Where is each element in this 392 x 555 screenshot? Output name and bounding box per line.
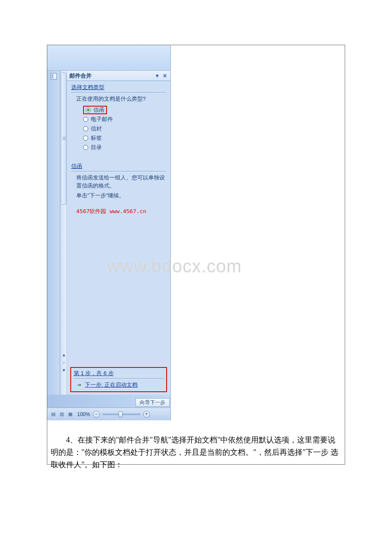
close-icon[interactable]: ✕ [162, 73, 168, 79]
zoom-slider[interactable] [102, 413, 141, 415]
page-watermark: www.bdocx.com [107, 256, 242, 277]
radio-directory[interactable]: 目录 [83, 143, 166, 152]
section-letter-heading: 信函 [71, 162, 166, 171]
radio-icon [83, 117, 88, 122]
letter-description: 将信函发送给一组人。您可以单独设置信函的格式。 [76, 174, 166, 190]
print-layout-view-icon[interactable]: ▤ [50, 411, 57, 418]
wizard-next-button[interactable]: 向导下一步 [135, 398, 170, 407]
full-screen-view-icon[interactable]: ▥ [58, 411, 65, 418]
next-step-link[interactable]: ➔ 下一步: 正在启动文档 [77, 381, 164, 389]
doc-type-question: 正在使用的文档是什么类型? [76, 95, 166, 103]
svg-rect-1 [52, 74, 53, 78]
instruction-paragraph: 4、在接下来的"邮件合并"导航"选择开始文档"中依然使用默认选项，这里需要说明的… [51, 434, 341, 471]
pane-header: 邮件合并 ▼ ✕ [67, 71, 170, 81]
doc-type-radio-group: 信函 电子邮件 信封 标签 [83, 105, 166, 152]
step-progress-text: 第 1 步，共 6 步 [74, 370, 164, 379]
ribbon-strip [47, 45, 170, 71]
radio-icon [83, 136, 88, 141]
pane-title: 邮件合并 [69, 72, 153, 80]
highlight-letter-option: 信函 [83, 106, 107, 114]
radio-label: 目录 [91, 144, 102, 151]
dropdown-icon[interactable]: ▼ [154, 73, 160, 79]
radio-label: 信封 [91, 125, 102, 133]
radio-label: 信函 [93, 106, 104, 114]
radio-label: 标签 [91, 134, 102, 142]
browse-object-icon[interactable]: ○ [61, 359, 66, 367]
view-mode-buttons[interactable]: ▤ ▥ ▦ [50, 411, 74, 418]
zoom-controls: 100% − + [77, 411, 168, 418]
zoom-out-button[interactable]: − [93, 411, 100, 418]
web-layout-view-icon[interactable]: ▦ [67, 411, 74, 418]
arrow-right-icon: ➔ [77, 382, 81, 388]
pane-toggle-icon[interactable] [50, 73, 57, 80]
browse-object-controls[interactable]: ▲ ○ ▼ [61, 351, 66, 374]
mail-merge-pane: 邮件合并 ▼ ✕ 选择文档类型 正在使用的文档是什么类型? 信函 [67, 71, 170, 395]
radio-icon [83, 126, 88, 131]
section-select-doc-type: 选择文档类型 [71, 84, 166, 92]
status-bar: ▤ ▥ ▦ 100% − + [47, 408, 170, 420]
prev-page-icon[interactable]: ▲ [61, 351, 66, 359]
step-footer-highlight: 第 1 步，共 6 步 ➔ 下一步: 正在启动文档 [70, 367, 167, 392]
vertical-scrollbar[interactable]: ▲ ○ ▼ [60, 71, 67, 395]
zoom-slider-knob[interactable] [118, 411, 123, 417]
word-task-pane-screenshot: ▲ ○ ▼ 邮件合并 ▼ ✕ 选择文档类型 正在使用的文档是什么类型? [47, 45, 171, 420]
radio-icon [83, 145, 88, 150]
ruler-gutter [47, 71, 60, 395]
pane-body: 选择文档类型 正在使用的文档是什么类型? 信函 电子邮件 [67, 81, 170, 218]
scrollbar-thumb[interactable] [61, 72, 66, 205]
radio-label: 电子邮件 [91, 116, 113, 123]
radio-label[interactable]: 标签 [83, 133, 166, 143]
radio-letter[interactable]: 信函 [83, 105, 166, 115]
next-page-icon[interactable]: ▼ [61, 367, 66, 374]
radio-icon [86, 107, 91, 113]
source-watermark: 4567软件园 www.4567.cn [76, 208, 166, 215]
zoom-percent[interactable]: 100% [77, 411, 90, 417]
document-page-frame: ▲ ○ ▼ 邮件合并 ▼ ✕ 选择文档类型 正在使用的文档是什么类型? [47, 45, 345, 465]
next-step-label[interactable]: 下一步: 正在启动文档 [85, 381, 138, 389]
radio-envelope[interactable]: 信封 [83, 124, 166, 133]
radio-email[interactable]: 电子邮件 [83, 115, 166, 124]
zoom-in-button[interactable]: + [143, 411, 150, 418]
letter-next-hint: 单击"下一步"继续。 [76, 192, 166, 200]
